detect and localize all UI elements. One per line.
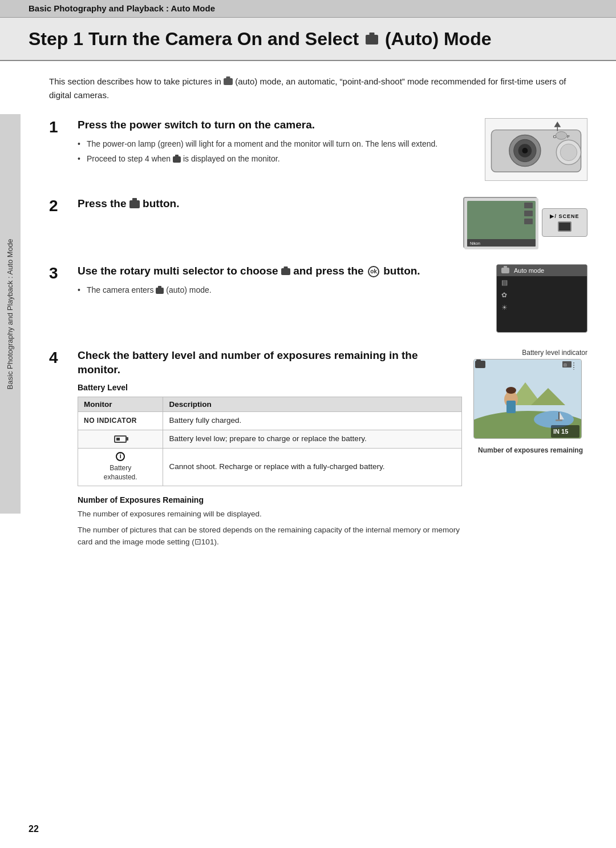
step-2-monitor: Nikon	[463, 197, 537, 248]
step-4-number: 4	[49, 349, 66, 366]
step-3-bullet-1: The camera enters (auto) mode.	[78, 284, 485, 296]
table-cell-exhausted: i Batteryexhausted.	[78, 448, 163, 486]
step-2: 2 Press the button. Nikon	[49, 197, 587, 248]
main-title-block: Step 1 Turn the Camera On and Select (Au…	[0, 18, 616, 61]
table-row: NO INDICATOR Battery fully charged.	[78, 411, 462, 430]
step-1-bullet-1: The power-on lamp (green) will light for…	[78, 138, 473, 150]
battery-indicator-label: Battery level indicator	[522, 349, 587, 357]
svg-point-28	[506, 387, 516, 394]
step-3: 3 Use the rotary multi selector to choos…	[49, 264, 587, 333]
svg-rect-15	[524, 219, 533, 224]
table-cell-low: Battery level low; prepare to charge or …	[163, 430, 462, 448]
step-4: 4 Check the battery level and number of …	[49, 349, 587, 552]
step-3-bullets: The camera enters (auto) mode.	[78, 284, 485, 296]
number-exposures-wrap: Number of exposures remaining	[473, 445, 587, 455]
battery-indicator-note: Battery level indicator	[473, 349, 587, 357]
svg-rect-31	[476, 360, 481, 362]
step-2-image: Nikon ▶/ SCENE	[463, 197, 587, 248]
battery-low-icon	[114, 435, 127, 443]
step-2-number: 2	[49, 197, 66, 214]
menu-row-4: ☀	[497, 301, 587, 314]
content-area: This section describes how to take pictu…	[21, 61, 616, 582]
step-2-heading: Press the button.	[78, 197, 452, 211]
step-4-heading: Check the battery level and number of ex…	[78, 349, 462, 377]
table-row: i Batteryexhausted. Cannot shoot. Rechar…	[78, 448, 462, 486]
page-title: Step 1 Turn the Camera On and Select (Au…	[29, 28, 587, 50]
step-1-heading: Press the power switch to turn on the ca…	[78, 118, 473, 132]
exposures-para-2: The number of pictures that can be store…	[78, 524, 462, 548]
battery-exhausted-text: Batteryexhausted.	[104, 463, 137, 483]
svg-point-8	[560, 144, 577, 161]
scene-selector-wrap: ▶/ SCENE	[542, 208, 587, 237]
menu-illustration: Auto mode ▤ ✿ ☀	[496, 264, 587, 333]
ok-icon: ok	[368, 266, 379, 277]
step-4-content: Check the battery level and number of ex…	[78, 349, 462, 552]
exhausted-cell-content: i Batteryexhausted.	[84, 452, 157, 483]
menu-row-3: ✿	[497, 289, 587, 301]
scene-label: ▶/ SCENE	[547, 213, 582, 219]
step-1-bullets: The power-on lamp (green) will light for…	[78, 138, 473, 165]
svg-rect-13	[524, 203, 533, 208]
monitor-svg: Nikon	[464, 198, 538, 249]
menu-row-auto: Auto mode	[497, 265, 587, 276]
step-4-inner: Check the battery level and number of ex…	[78, 349, 587, 552]
no-indicator-label: NO INDICATOR	[84, 417, 137, 425]
table-header-monitor: Monitor	[78, 397, 163, 411]
svg-text:Nikon: Nikon	[470, 241, 480, 245]
svg-point-4	[522, 148, 528, 154]
camera-monitor-illustration: ⊟ IN 15	[473, 359, 582, 439]
sidebar: Basic Photography and Playback : Auto Mo…	[0, 114, 21, 514]
svg-text:⊟: ⊟	[564, 363, 567, 367]
svg-marker-9	[554, 122, 561, 127]
camera-top-svg: ON/OFF	[485, 119, 587, 180]
menu-label-auto: Auto mode	[514, 267, 544, 274]
svg-rect-14	[524, 211, 533, 216]
svg-rect-23	[558, 412, 560, 421]
camera-top-illustration: ON/OFF	[485, 118, 587, 181]
exposures-heading: Number of Exposures Remaining	[78, 495, 462, 504]
page-number: 22	[29, 824, 39, 834]
number-exposures-label: Number of exposures remaining	[478, 446, 583, 454]
step-1-number: 1	[49, 118, 66, 135]
table-cell-no-indicator: NO INDICATOR	[78, 411, 163, 430]
menu-row-scene: ▤	[497, 276, 587, 289]
step-1-image: ON/OFF	[485, 118, 587, 181]
dial-cam-icon	[558, 221, 572, 232]
step-4-heading-row: Check the battery level and number of ex…	[78, 349, 587, 552]
header-bar: Basic Photography and Playback : Auto Mo…	[0, 0, 616, 18]
battery-table: Monitor Description NO INDICATOR Battery…	[78, 397, 462, 486]
exposures-section: Number of Exposures Remaining The number…	[78, 495, 462, 548]
step-4-right: Battery level indicator	[473, 349, 587, 455]
svg-rect-29	[506, 401, 516, 413]
table-cell-battery-icon	[78, 430, 163, 448]
step-1-bullet-2: Proceed to step 4 when is displayed on t…	[78, 153, 473, 165]
step-3-image: Auto mode ▤ ✿ ☀	[496, 264, 587, 333]
table-cell-cannot-shoot: Cannot shoot. Recharge or replace with a…	[163, 448, 462, 486]
battery-level-title: Battery Level	[78, 383, 462, 392]
scene-box: ▶/ SCENE	[542, 208, 587, 237]
svg-text:IN 15: IN 15	[553, 428, 568, 435]
step-3-content: Use the rotary multi selector to choose …	[78, 264, 485, 299]
svg-rect-25	[556, 419, 562, 421]
step-1: 1 Press the power switch to turn on the …	[49, 118, 587, 181]
step-2-content: Press the button.	[78, 197, 452, 217]
section-label: Basic Photography and Playback : Auto Mo…	[29, 3, 215, 13]
info-circle-icon: i	[116, 452, 125, 461]
monitor-photo-svg: ⊟ IN 15	[474, 360, 582, 439]
exposures-para-1: The number of exposures remaining will b…	[78, 508, 462, 520]
step-2-monitor-wrap: Nikon	[463, 197, 537, 248]
table-row: Battery level low; prepare to charge or …	[78, 430, 462, 448]
intro-paragraph: This section describes how to take pictu…	[49, 75, 587, 102]
sidebar-label: Basic Photography and Playback : Auto Mo…	[6, 239, 15, 389]
step-1-content: Press the power switch to turn on the ca…	[78, 118, 473, 168]
svg-point-6	[556, 132, 567, 140]
table-header-description: Description	[163, 397, 462, 411]
step-3-heading: Use the rotary multi selector to choose …	[78, 264, 485, 278]
step-3-number: 3	[49, 264, 66, 281]
table-cell-charged: Battery fully charged.	[163, 411, 462, 430]
